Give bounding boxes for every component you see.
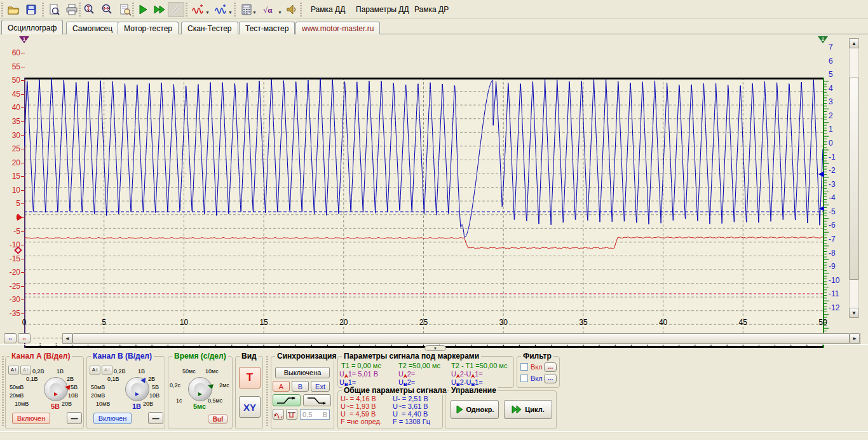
knob-scale-label: 20мВ [10, 392, 24, 399]
general-param-line: U~= 1,93 В [341, 402, 382, 410]
tab-recorder[interactable]: Самописец [66, 22, 119, 34]
y-right-tick-label: 3 [829, 97, 845, 106]
oscilloscope-chart[interactable]: мс 1 2 .. .. ◄ ► ▲ ▼ 6055504540353025201… [0, 34, 868, 354]
sync-pulse-mode-button[interactable] [286, 409, 297, 420]
start-cyclic-button[interactable] [151, 2, 168, 17]
channel-a-autoscale-button[interactable]: A↕ [8, 366, 19, 375]
view-xy-button[interactable]: XY [239, 396, 261, 418]
channel-b-collapse-button[interactable]: — [148, 412, 163, 424]
scroll-up-button[interactable]: ▲ [849, 38, 859, 48]
knob-scale-label: 0,2с [170, 382, 180, 388]
time-marker-1[interactable]: 1 [19, 36, 29, 43]
tab-oscillograph[interactable]: Осциллограф [1, 20, 63, 34]
channel-a-knob-pointer [64, 384, 70, 390]
general-param-line: F = 1308 Гц [393, 418, 430, 425]
vertical-scrollbar-thumb[interactable] [849, 78, 859, 280]
dropdown-arrow-icon[interactable]: ▼ [252, 10, 257, 15]
y-left-tick [21, 121, 25, 122]
run-cyclic-button[interactable]: Цикл. [504, 400, 552, 419]
general-param-line: U- = 2,51 В [393, 395, 430, 402]
sync-level-input[interactable]: 0,5 В [300, 409, 330, 420]
channel-b-autoscale-button[interactable]: A↕ [90, 366, 100, 375]
y-left-tick [21, 135, 25, 136]
printer-icon [65, 3, 78, 16]
start-single-button[interactable] [135, 2, 151, 17]
channel-b-power-button[interactable]: Включен [93, 413, 132, 424]
horizontal-scrollbar-thumb[interactable] [72, 333, 850, 344]
tab-motor-master-site[interactable]: www.motor-master.ru [295, 22, 380, 34]
knob-scale-label: 10мВ [15, 401, 29, 407]
channel-a-power-button[interactable]: Включен [12, 413, 50, 424]
y-left-tick-label: 20 [1, 158, 20, 167]
x-tick-label: 5 [95, 318, 114, 327]
dropdown-arrow-icon[interactable]: ▼ [228, 10, 233, 15]
marker-b-mini-button[interactable]: .. [18, 333, 31, 343]
math-functions-button[interactable]: √α▼ [259, 2, 281, 17]
x-tick-label: 30 [494, 318, 513, 327]
filter-a-more-button[interactable]: ... [544, 362, 557, 372]
run-once-button[interactable]: Однокр. [451, 400, 499, 419]
save-file-button[interactable] [23, 2, 39, 17]
channel-a-settings-button[interactable]: ▼ [188, 2, 208, 17]
channel-b-settings-button[interactable]: ▼ [211, 2, 231, 17]
channel-b-title: Канал B (В/дел) [91, 352, 154, 361]
knob-scale-label: 50мВ [10, 384, 24, 390]
time-marker-2[interactable]: 2 [818, 36, 828, 43]
view-report-button[interactable] [117, 2, 133, 17]
toolbar-gripper [186, 3, 187, 17]
menu-ramka-dr[interactable]: Рамка ДР [412, 5, 451, 15]
scroll-down-button[interactable]: ▼ [849, 308, 859, 318]
knob-scale-label: 0,1В [26, 376, 38, 382]
channel-a-panel: Канал A (В/дел) A↕ A↕ 5В Включен — 0,2В1… [5, 356, 84, 429]
sqrt-alpha-icon: √α [262, 3, 278, 16]
knob-scale-label: 50мс [182, 368, 196, 375]
tab-scan-tester[interactable]: Скан-Тестер [181, 22, 238, 34]
y-left-tick [21, 313, 25, 314]
speaker-icon [285, 3, 298, 16]
channel-b-zero-marker[interactable] [818, 171, 824, 177]
sync-level-mode-button[interactable] [273, 409, 284, 420]
channel-b-level-marker[interactable] [819, 206, 824, 211]
channel-a-knob-center-arrow [54, 392, 58, 396]
print-button[interactable] [64, 2, 80, 17]
marker-a-mini-button[interactable]: .. [4, 333, 17, 343]
knob-scale-label: 10мс [205, 368, 219, 375]
sync-source-b-button[interactable]: B [292, 381, 309, 392]
tab-test-master[interactable]: Тест-мастер [239, 22, 295, 34]
filter-b-more-button[interactable]: ... [544, 374, 557, 383]
play-icon [456, 405, 464, 414]
sync-off-button[interactable]: Выключена [275, 367, 330, 378]
filter-a-checkbox[interactable] [520, 363, 528, 371]
tab-motor-tester[interactable]: Мотор-тестер [118, 22, 179, 34]
scroll-left-button[interactable]: ◄ [62, 333, 72, 344]
menu-ramka-dd[interactable]: Рамка ДД [308, 5, 348, 15]
channel-a-collapse-button[interactable]: — [67, 412, 82, 424]
channel-a-autoscale2-button: A↕ [20, 366, 31, 375]
knob-scale-label: 20В [62, 401, 72, 407]
y-left-tick-label: -25 [1, 282, 20, 291]
open-file-button[interactable] [5, 2, 22, 17]
sync-falling-edge-button[interactable] [303, 394, 331, 406]
print-preview-button[interactable] [46, 2, 62, 17]
sync-rising-edge-button[interactable] [273, 394, 301, 406]
sync-source-ext-button[interactable]: Ext [311, 381, 330, 392]
buffer-button[interactable]: Buf [208, 414, 228, 424]
menu-parametry-dd[interactable]: Параметры ДД [353, 5, 412, 15]
sync-source-a-button[interactable]: A [273, 381, 290, 392]
scroll-right-button[interactable]: ► [850, 333, 860, 344]
sync-level-unit: В [323, 411, 327, 418]
zoom-amplitude-button[interactable] [81, 2, 98, 17]
knob-scale-label: 0,5мс [208, 397, 222, 404]
sound-button[interactable] [283, 2, 300, 17]
calculator-button[interactable]: ▼ [236, 2, 257, 17]
filter-b-checkbox[interactable] [520, 375, 528, 382]
dropdown-arrow-icon[interactable]: ▼ [278, 10, 282, 15]
view-t-button[interactable]: T [239, 367, 261, 388]
dropdown-arrow-icon[interactable]: ▼ [205, 10, 210, 15]
splitter-collapse-handle[interactable]: ▼ [424, 345, 446, 351]
red-wave-icon [191, 3, 205, 16]
y-right-tick-label: -12 [829, 303, 845, 312]
waveform-plot[interactable] [24, 78, 823, 348]
main-toolbar: ▼ ▼ ▼ √α▼ Рамка ДД Параметры ДД Рамка ДР [0, 0, 868, 19]
zoom-time-button[interactable] [99, 2, 116, 17]
